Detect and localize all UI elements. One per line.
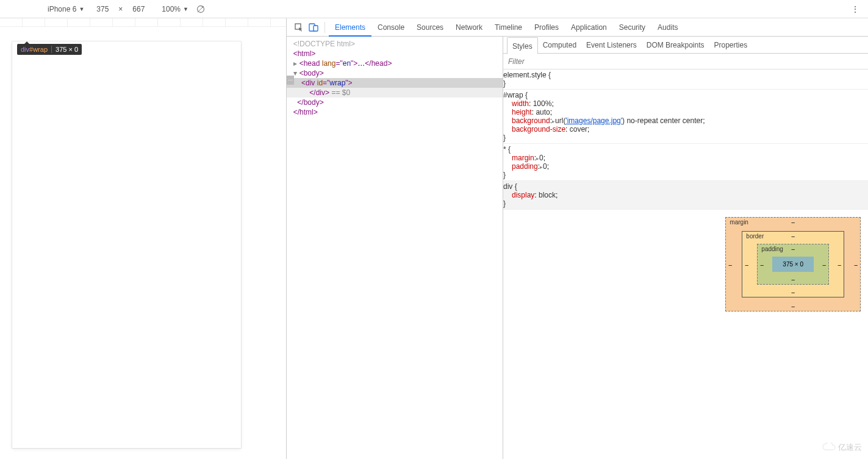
stab-event-listeners[interactable]: Event Listeners xyxy=(581,37,642,54)
rule-wrap[interactable]: #wrap { width: 100%; height: auto; backg… xyxy=(503,90,868,144)
rule-universal[interactable]: * { margin:▸0; padding:▸0; } xyxy=(503,144,868,181)
stab-styles[interactable]: Styles xyxy=(507,37,538,54)
devtools: Elements Console Sources Network Timelin… xyxy=(287,18,868,459)
rotate-icon[interactable] xyxy=(196,4,206,14)
watermark: 亿速云 xyxy=(822,442,862,453)
tab-timeline[interactable]: Timeline xyxy=(489,18,528,37)
devtools-tabs: Elements Console Sources Network Timelin… xyxy=(287,18,868,37)
inspect-icon[interactable] xyxy=(292,20,306,35)
box-model-panel: margin ‒ ‒ ‒ ‒ border ‒ ‒ ‒ ‒ xyxy=(503,210,868,459)
watermark-text: 亿速云 xyxy=(838,442,862,453)
viewport-column: div#wrap 375 × 0 xyxy=(0,18,287,459)
filter-input[interactable] xyxy=(503,54,868,69)
chevron-down-icon: ▼ xyxy=(79,6,84,12)
bm-border-label: border xyxy=(746,233,764,240)
dom-line[interactable]: </body> xyxy=(287,98,503,107)
tab-application[interactable]: Application xyxy=(565,18,613,37)
tab-sources[interactable]: Sources xyxy=(411,18,450,37)
tooltip-tag: div xyxy=(21,46,29,53)
svg-rect-4 xyxy=(314,26,318,31)
dom-line[interactable]: </html> xyxy=(287,107,503,117)
device-name: iPhone 6 xyxy=(48,5,76,13)
tab-profiles[interactable]: Profiles xyxy=(528,18,565,37)
tooltip-size: 375 × 0 xyxy=(51,46,78,53)
dim-separator: × xyxy=(118,5,123,13)
element-tooltip: div#wrap 375 × 0 xyxy=(17,44,82,55)
dom-line[interactable]: ▸<head lang="en">…</head> xyxy=(287,59,503,68)
dom-line-selected[interactable]: <div id="wrap"> xyxy=(287,78,503,88)
bm-padding-label: padding xyxy=(761,246,783,252)
tab-elements[interactable]: Elements xyxy=(329,18,371,37)
stab-properties[interactable]: Properties xyxy=(709,37,752,54)
tab-console[interactable]: Console xyxy=(371,18,411,37)
rule-div[interactable]: div { display: block; } xyxy=(503,181,868,210)
dom-line[interactable]: <!DOCTYPE html> xyxy=(287,39,503,49)
device-frame[interactable]: div#wrap 375 × 0 xyxy=(12,41,241,448)
height-input[interactable] xyxy=(126,5,151,13)
stab-computed[interactable]: Computed xyxy=(538,37,581,54)
bm-margin-label: margin xyxy=(730,219,748,226)
tab-network[interactable]: Network xyxy=(450,18,489,37)
chevron-down-icon: ▼ xyxy=(183,6,188,12)
dom-tree[interactable]: ⋯ <!DOCTYPE html> <html> ▸<head lang="en… xyxy=(287,37,503,459)
gutter-handle-icon[interactable]: ⋯ xyxy=(287,76,294,85)
device-selector[interactable]: iPhone 6 ▼ xyxy=(48,5,84,13)
tab-audits[interactable]: Audits xyxy=(651,18,684,37)
device-toolbar: iPhone 6 ▼ × 100% ▼ ⋮ xyxy=(0,0,868,18)
url-link[interactable]: 'images/page.jpg' xyxy=(565,116,622,125)
rule-element-style[interactable]: element.style { } xyxy=(503,69,868,90)
tooltip-id: #wrap xyxy=(29,46,48,53)
dimensions: × xyxy=(90,5,151,13)
width-input[interactable] xyxy=(90,5,115,13)
dom-line[interactable]: </div> == $0 xyxy=(287,88,503,98)
bm-content: 375 × 0 xyxy=(772,257,814,272)
styles-tabs: Styles Computed Event Listeners DOM Brea… xyxy=(503,37,868,54)
filter-row xyxy=(503,54,868,69)
css-rules: element.style { } #wrap { width: 100%; h… xyxy=(503,69,868,210)
box-model[interactable]: margin ‒ ‒ ‒ ‒ border ‒ ‒ ‒ ‒ xyxy=(725,217,861,311)
dom-line[interactable]: ▾<body> xyxy=(287,68,503,78)
zoom-selector[interactable]: 100% ▼ xyxy=(162,5,188,13)
stab-dom-breakpoints[interactable]: DOM Breakpoints xyxy=(642,37,709,54)
dom-line[interactable]: <html> xyxy=(287,49,503,59)
tab-security[interactable]: Security xyxy=(613,18,651,37)
device-mode-icon[interactable] xyxy=(306,20,321,35)
styles-sidebar: Styles Computed Event Listeners DOM Brea… xyxy=(503,37,868,459)
ruler xyxy=(0,18,286,27)
more-icon[interactable]: ⋮ xyxy=(847,4,863,14)
zoom-value: 100% xyxy=(162,5,181,13)
